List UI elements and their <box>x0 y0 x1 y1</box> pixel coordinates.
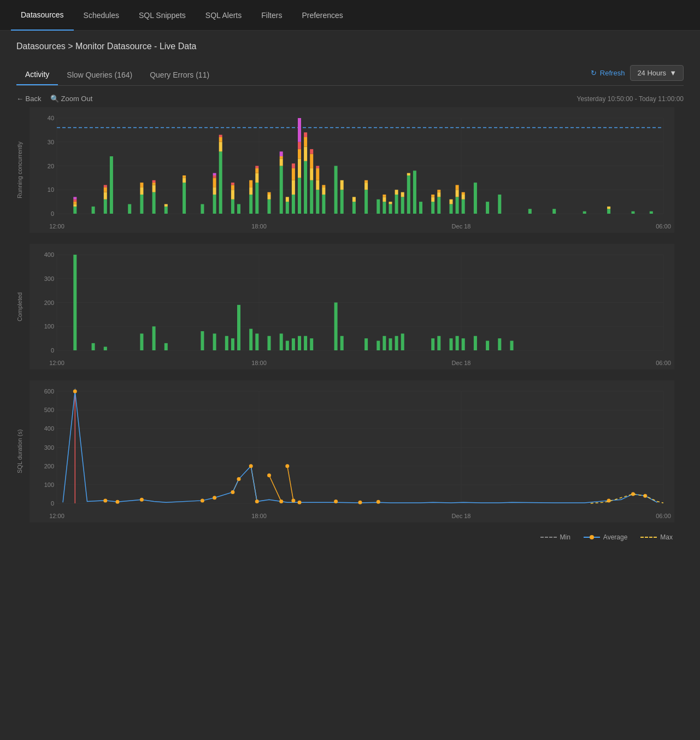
nav-datasources[interactable]: Datasources <box>11 0 74 31</box>
legend-avg: Average <box>584 533 627 541</box>
back-button[interactable]: ← Back <box>16 95 42 103</box>
tab-slow-queries[interactable]: Slow Queries (164) <box>58 65 141 85</box>
top-nav: Datasources Schedules SQL Snippets SQL A… <box>0 0 700 31</box>
controls-left: ← Back 🔍 Zoom Out <box>16 95 92 103</box>
chart1-container: Running concurrently <box>16 107 684 233</box>
breadcrumb: Datasources > Monitor Datasource - Live … <box>16 42 684 51</box>
zoom-icon: 🔍 <box>50 95 59 103</box>
max-label: Max <box>660 533 673 541</box>
refresh-icon: ↻ <box>591 69 597 77</box>
tab-query-errors[interactable]: Query Errors (11) <box>141 65 218 85</box>
chart2-y-label: Completed <box>16 244 27 369</box>
tabs-right: ↻ Refresh 24 Hours ▼ <box>591 65 684 85</box>
chart1-inner <box>30 107 684 233</box>
tab-activity[interactable]: Activity <box>16 64 58 85</box>
chart2-canvas <box>30 244 674 369</box>
avg-dot-icon <box>590 535 594 539</box>
controls-row: ← Back 🔍 Zoom Out Yesterday 10:50:00 - T… <box>16 95 684 103</box>
avg-line-icon <box>584 537 600 538</box>
chart1-y-label: Running concurrently <box>16 107 27 233</box>
zoom-label: Zoom Out <box>61 95 93 103</box>
nav-schedules[interactable]: Schedules <box>74 0 129 31</box>
tabs-row: Activity Slow Queries (164) Query Errors… <box>16 64 684 86</box>
main-content: Datasources > Monitor Datasource - Live … <box>0 31 700 552</box>
chart3-canvas <box>30 380 674 522</box>
nav-filters[interactable]: Filters <box>251 0 292 31</box>
legend-row: Min Average Max <box>16 533 684 541</box>
legend-min: Min <box>540 533 570 541</box>
avg-label: Average <box>603 533 627 541</box>
min-label: Min <box>560 533 570 541</box>
chevron-down-icon: ▼ <box>669 69 677 77</box>
time-range-value: 24 Hours <box>637 69 666 77</box>
time-range-dropdown[interactable]: 24 Hours ▼ <box>630 65 684 81</box>
min-line-icon <box>540 537 557 538</box>
max-line-icon <box>640 537 657 538</box>
chart3-wrapper: SQL duration (s) <box>16 380 684 522</box>
chart3-container: SQL duration (s) <box>16 380 684 522</box>
chart1-wrapper: Running concurrently <box>16 107 684 233</box>
nav-preferences[interactable]: Preferences <box>292 0 352 31</box>
refresh-button[interactable]: ↻ Refresh <box>591 69 625 77</box>
chart1-canvas <box>30 107 674 233</box>
legend-max: Max <box>640 533 673 541</box>
zoom-out-button[interactable]: 🔍 Zoom Out <box>50 95 93 103</box>
chart2-container: Completed <box>16 244 684 369</box>
chart2-inner <box>30 244 684 369</box>
chart3-y-label: SQL duration (s) <box>16 380 27 522</box>
chart3-inner <box>30 380 684 522</box>
nav-sql-alerts[interactable]: SQL Alerts <box>196 0 251 31</box>
nav-sql-snippets[interactable]: SQL Snippets <box>129 0 196 31</box>
time-range-display: Yesterday 10:50:00 - Today 11:00:00 <box>577 95 684 103</box>
refresh-label: Refresh <box>600 69 625 77</box>
chart2-wrapper: Completed <box>16 244 684 369</box>
